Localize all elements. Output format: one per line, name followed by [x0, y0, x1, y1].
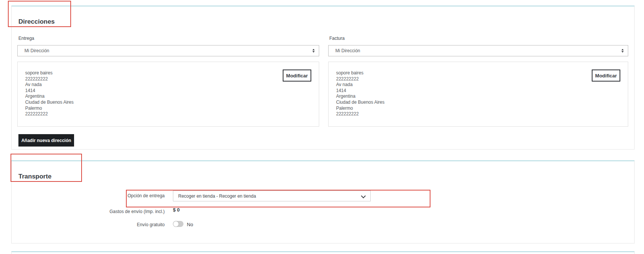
invoice-address-text: sopore baires222222222Av nada1414Argenti… — [336, 70, 385, 117]
delivery-option-label: Opción de entrega — [90, 193, 165, 198]
free-shipping-state: No — [187, 222, 193, 227]
order-page: Direcciones Entrega Factura Mi Dirección… — [0, 0, 644, 254]
shipping-panel-title: Transporte — [18, 173, 52, 180]
address-line: 222222222 — [336, 111, 385, 117]
addresses-panel: Direcciones Entrega Factura Mi Dirección… — [11, 6, 635, 150]
delivery-option-select[interactable]: Recoger en tienda - Recoger en tienda — [173, 190, 371, 201]
invoice-address-select[interactable]: Mi Dirección — [328, 45, 628, 56]
free-shipping-label: Envío gratuito — [90, 222, 165, 227]
address-line: Ciudad de Buenos Aires — [25, 100, 74, 106]
delivery-address-select[interactable]: Mi Dirección — [17, 45, 319, 56]
invoice-address-card: sopore baires222222222Av nada1414Argenti… — [328, 62, 628, 127]
address-line: sopore baires — [25, 70, 74, 76]
address-line: 1414 — [336, 88, 385, 94]
delivery-option-select-value: Recoger en tienda - Recoger en tienda — [178, 194, 256, 199]
shipping-cost-value: $ 0 — [173, 207, 180, 213]
delivery-address-text: sopore baires222222222Av nada1414Argenti… — [25, 70, 74, 117]
address-line: 222222222 — [25, 76, 74, 82]
addresses-panel-title: Direcciones — [18, 18, 55, 26]
address-line: sopore baires — [336, 70, 385, 76]
toggle-knob-icon — [173, 221, 179, 227]
select-updown-icon — [621, 49, 624, 53]
invoice-address-label: Factura — [329, 36, 345, 41]
address-line: Ciudad de Buenos Aires — [336, 100, 385, 106]
address-line: Av nada — [25, 82, 74, 88]
address-line: 222222222 — [25, 111, 74, 117]
address-line: Palermo — [25, 106, 74, 112]
free-shipping-toggle[interactable] — [173, 221, 183, 227]
invoice-address-select-value: Mi Dirección — [335, 48, 360, 53]
delivery-address-card: sopore baires222222222Av nada1414Argenti… — [17, 62, 319, 127]
address-line: 222222222 — [336, 76, 385, 82]
select-updown-icon — [312, 49, 315, 53]
address-line: Argentina — [25, 94, 74, 100]
shipping-panel: Transporte — [11, 160, 635, 243]
address-line: 1414 — [25, 88, 74, 94]
address-line: Palermo — [336, 106, 385, 112]
delivery-address-label: Entrega — [18, 36, 34, 41]
invoice-address-edit-button[interactable]: Modificar — [592, 70, 620, 82]
delivery-address-edit-button[interactable]: Modificar — [283, 70, 311, 82]
shipping-cost-label: Gastos de envío (Imp. incl.) — [90, 209, 165, 214]
address-line: Argentina — [336, 94, 385, 100]
next-panel-stub — [11, 251, 635, 254]
address-line: Av nada — [336, 82, 385, 88]
delivery-address-select-value: Mi Dirección — [24, 48, 49, 53]
add-new-address-button[interactable]: Añadir nueva dirección — [18, 134, 74, 147]
chevron-down-icon — [361, 194, 366, 198]
